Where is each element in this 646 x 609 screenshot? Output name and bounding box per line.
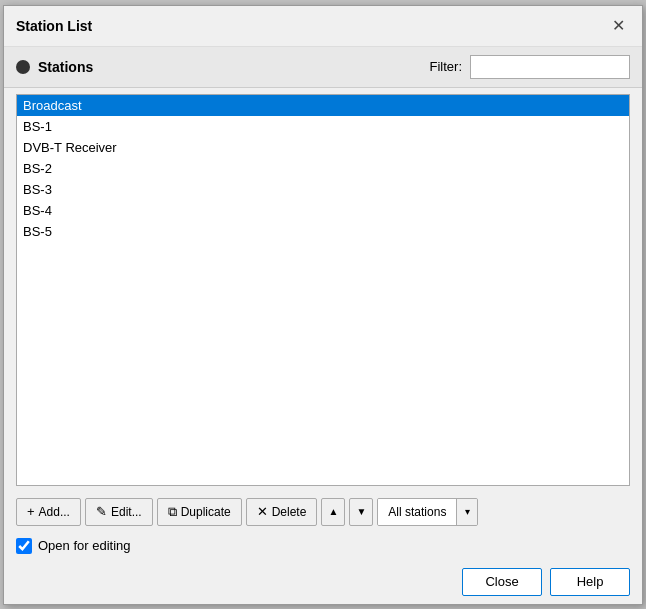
delete-label: Delete xyxy=(272,505,307,519)
window-close-button[interactable]: ✕ xyxy=(606,14,630,38)
close-button[interactable]: Close xyxy=(462,568,542,596)
stations-list[interactable]: BroadcastBS-1DVB-T ReceiverBS-2BS-3BS-4B… xyxy=(16,94,630,486)
open-for-editing-label[interactable]: Open for editing xyxy=(38,538,131,553)
edit-label: Edit... xyxy=(111,505,142,519)
filter-input[interactable] xyxy=(470,55,630,79)
dropdown-arrow-icon[interactable]: ▾ xyxy=(457,499,477,525)
list-item[interactable]: DVB-T Receiver xyxy=(17,137,629,158)
duplicate-icon: ⧉ xyxy=(168,504,177,520)
open-for-editing-checkbox[interactable] xyxy=(16,538,32,554)
stations-header-label: Stations xyxy=(38,59,93,75)
move-up-button[interactable]: ▲ xyxy=(321,498,345,526)
list-item[interactable]: BS-3 xyxy=(17,179,629,200)
add-button[interactable]: + Add... xyxy=(16,498,81,526)
action-toolbar: + Add... ✎ Edit... ⧉ Duplicate ✕ Delete … xyxy=(4,492,642,532)
list-item[interactable]: Broadcast xyxy=(17,95,629,116)
add-label: Add... xyxy=(39,505,70,519)
duplicate-label: Duplicate xyxy=(181,505,231,519)
edit-button[interactable]: ✎ Edit... xyxy=(85,498,153,526)
filter-label: Filter: xyxy=(430,59,463,74)
title-bar: Station List ✕ xyxy=(4,6,642,47)
down-arrow-icon: ▼ xyxy=(356,506,366,517)
filter-section: Filter: xyxy=(430,55,631,79)
open-for-editing-row: Open for editing xyxy=(4,532,642,560)
stations-filter-dropdown[interactable]: All stations ▾ xyxy=(377,498,478,526)
list-item[interactable]: BS-2 xyxy=(17,158,629,179)
dialog-footer: Close Help xyxy=(4,560,642,604)
duplicate-button[interactable]: ⧉ Duplicate xyxy=(157,498,242,526)
help-button[interactable]: Help xyxy=(550,568,630,596)
all-stations-label: All stations xyxy=(378,499,457,525)
up-arrow-icon: ▲ xyxy=(328,506,338,517)
dialog-title: Station List xyxy=(16,18,92,34)
list-item[interactable]: BS-4 xyxy=(17,200,629,221)
delete-icon: ✕ xyxy=(257,504,268,519)
stations-header: Stations xyxy=(16,59,422,75)
station-list-dialog: Station List ✕ Stations Filter: Broadcas… xyxy=(3,5,643,605)
move-down-button[interactable]: ▼ xyxy=(349,498,373,526)
list-item[interactable]: BS-5 xyxy=(17,221,629,242)
list-item[interactable]: BS-1 xyxy=(17,116,629,137)
edit-icon: ✎ xyxy=(96,504,107,519)
add-icon: + xyxy=(27,504,35,519)
delete-button[interactable]: ✕ Delete xyxy=(246,498,318,526)
filter-bar: Stations Filter: xyxy=(4,47,642,88)
stations-dot-icon xyxy=(16,60,30,74)
